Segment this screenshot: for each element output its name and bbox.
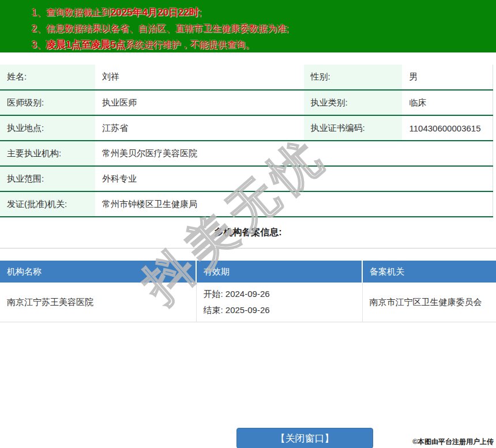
notice-banner: 1、查询数据截止到2025年4月20日22时; 2、信息数据结果以各省、自治区、… xyxy=(0,0,496,52)
filing-header-institution: 机构名称 xyxy=(0,261,196,283)
main-institution-label: 主要执业机构: xyxy=(0,141,95,166)
gender-value: 男 xyxy=(402,65,493,90)
certificate-no-value: 110430600003615 xyxy=(402,115,493,141)
filing-header-authority: 备案机关 xyxy=(362,261,496,283)
notice-3-num: 3、 xyxy=(32,40,46,50)
issuing-authority-label: 发证(批准)机关: xyxy=(0,191,95,217)
issuing-authority-value: 常州市钟楼区卫生健康局 xyxy=(95,191,493,217)
practice-scope-value: 外科专业 xyxy=(95,166,493,191)
notice-1-num: 1、 xyxy=(32,7,46,17)
info-row-location-certno: 执业地点: 江苏省 执业证书编码: 110430600003615 xyxy=(0,115,493,141)
notice-2-text: 信息数据结果以各省、自治区、直辖市卫生健康委数据为准; xyxy=(46,24,288,33)
multi-institution-filing-title: 多机构备案信息: xyxy=(0,227,496,238)
footer-credit-text: ©本图由平台注册用户上传 xyxy=(412,437,494,447)
practice-category-label: 执业类别: xyxy=(304,90,403,115)
practice-scope-label: 执业范围: xyxy=(0,166,95,191)
info-row-main-institution: 主要执业机构: 常州美贝尔医疗美容医院 xyxy=(0,141,493,166)
filing-validity-period: 开始: 2024-09-26 结束: 2025-09-26 xyxy=(196,283,362,322)
name-label: 姓名: xyxy=(0,65,95,90)
practice-category-value: 临床 xyxy=(402,90,493,115)
filing-header-validity: 有效期 xyxy=(196,261,362,283)
validity-start: 开始: 2024-09-26 xyxy=(204,286,355,302)
validity-end: 结束: 2025-09-26 xyxy=(204,302,355,318)
gender-label: 性别: xyxy=(304,65,403,90)
notice-1-post: ; xyxy=(199,7,201,17)
notice-3-bold: 凌晨1点至凌晨5点 xyxy=(46,39,126,50)
info-row-name-gender: 姓名: 刘祥 性别: 男 xyxy=(0,65,493,90)
notice-1-bold: 2025年4月20日22时 xyxy=(111,7,199,18)
section-divider xyxy=(0,248,496,249)
filing-table: 机构名称 有效期 备案机关 南京江宁苏王美容医院 开始: 2024-09-26 … xyxy=(0,261,496,322)
filing-table-header-row: 机构名称 有效期 备案机关 xyxy=(0,261,496,283)
license-query-page: 1、查询数据截止到2025年4月20日22时; 2、信息数据结果以各省、自治区、… xyxy=(0,0,496,448)
practice-location-label: 执业地点: xyxy=(0,115,95,141)
filing-table-row: 南京江宁苏王美容医院 开始: 2024-09-26 结束: 2025-09-26… xyxy=(0,283,496,322)
notice-line-3: 3、凌晨1点至凌晨5点系统进行维护，不能提供查询。 xyxy=(32,37,490,53)
info-row-practice-scope: 执业范围: 外科专业 xyxy=(0,166,493,191)
filing-authority: 南京市江宁区卫生健康委员会 xyxy=(362,283,496,322)
notice-3-post: 系统进行维护，不能提供查询。 xyxy=(126,40,255,50)
close-window-button[interactable]: 【关闭窗口】 xyxy=(236,428,373,448)
notice-line-2: 2、信息数据结果以各省、自治区、直辖市卫生健康委数据为准; xyxy=(32,21,490,37)
practitioner-info-table: 姓名: 刘祥 性别: 男 医师级别: 执业医师 执业类别: 临床 执业地点: 江… xyxy=(0,65,493,217)
doctor-level-label: 医师级别: xyxy=(0,90,95,115)
filing-institution-name: 南京江宁苏王美容医院 xyxy=(0,283,196,322)
notice-line-1: 1、查询数据截止到2025年4月20日22时; xyxy=(32,5,490,21)
certificate-no-label: 执业证书编码: xyxy=(304,115,403,141)
main-institution-value: 常州美贝尔医疗美容医院 xyxy=(95,141,493,166)
name-value: 刘祥 xyxy=(95,65,304,90)
notice-1-text: 查询数据截止到 xyxy=(46,7,111,17)
practice-location-value: 江苏省 xyxy=(95,115,304,141)
info-row-issuing-authority: 发证(批准)机关: 常州市钟楼区卫生健康局 xyxy=(0,191,493,217)
doctor-level-value: 执业医师 xyxy=(95,90,304,115)
info-row-level-category: 医师级别: 执业医师 执业类别: 临床 xyxy=(0,90,493,115)
notice-2-num: 2、 xyxy=(32,24,46,33)
